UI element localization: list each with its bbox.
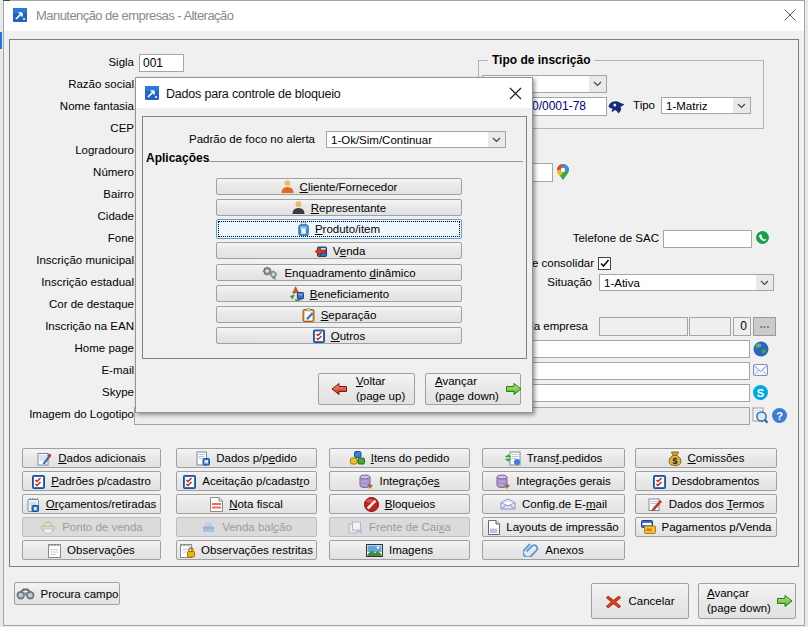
- svg-text:?: ?: [776, 410, 783, 422]
- svg-text:$: $: [672, 456, 677, 466]
- svg-text:S: S: [757, 387, 764, 399]
